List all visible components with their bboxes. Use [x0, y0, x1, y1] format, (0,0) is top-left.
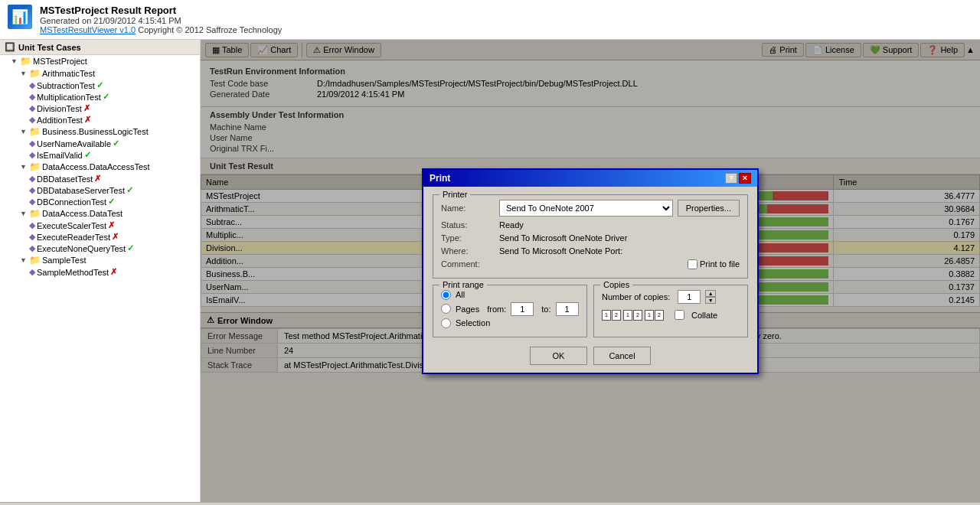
page-icon-3: 1	[623, 310, 632, 321]
test-icon: ◆	[29, 92, 35, 102]
sidebar-item-dbconn[interactable]: ◆ DBConnectionTest✓	[0, 196, 200, 207]
status-bar: javascript:void(0)	[0, 502, 980, 505]
num-copies-input[interactable]	[678, 290, 701, 304]
test-icon: ◆	[29, 197, 35, 207]
test-icon: ◆	[29, 267, 35, 277]
pages-radio-row: Pages from: to:	[441, 302, 579, 316]
dialog-help-button[interactable]: ?	[725, 173, 737, 184]
copies-title: Copies	[600, 280, 632, 289]
type-label: Type:	[441, 233, 495, 243]
expand-icon: ▼	[11, 57, 18, 65]
folder-icon: 📁	[29, 68, 41, 79]
all-radio[interactable]	[441, 290, 451, 300]
collate-row: 1 2 1 2 1 2	[602, 310, 740, 321]
dialog-title: Print	[430, 173, 450, 184]
test-icon: ◆	[29, 243, 35, 253]
print-to-file-label: Print to file	[688, 259, 740, 269]
expand-icon: ▼	[20, 210, 28, 217]
printer-comment-row: Comment: Print to file	[441, 259, 740, 269]
properties-button[interactable]: Properties...	[678, 200, 740, 217]
expand-icon: ▼	[20, 128, 28, 135]
sidebar-item-add[interactable]: ◆ AdditionTest✗	[0, 114, 200, 125]
sidebar-item-sub[interactable]: ◆ SubtractionTest✓	[0, 80, 200, 91]
dialog-close-button[interactable]: ✕	[739, 173, 751, 184]
sidebar-item-mul[interactable]: ◆ MultiplicationTest✓	[0, 91, 200, 103]
folder-icon: 📁	[29, 208, 41, 219]
main-layout: 🔲 Unit Test Cases ▼ 📁 MSTestProject ▼ 📁 …	[0, 40, 980, 502]
app-copyright: Copyright © 2012 Saffroze Technology	[138, 25, 282, 34]
print-dialog-overlay: Print ? ✕ Printer Name: Send To OneNote …	[201, 40, 980, 502]
dialog-footer: OK Cancel	[433, 344, 748, 365]
sidebar-item-samplemethod[interactable]: ◆ SampleMethodTest✗	[0, 266, 200, 278]
num-copies-label: Number of copies:	[602, 292, 670, 301]
expand-icon: ▼	[20, 163, 28, 171]
collate-label: Collate	[691, 311, 717, 320]
page-icon-6: 2	[655, 310, 664, 321]
app-subtitle: Generated on 21/09/2012 4:15:41 PM	[40, 16, 282, 25]
folder-icon: 📁	[29, 126, 41, 137]
pages-from-input[interactable]	[511, 302, 534, 316]
num-copies-row: Number of copies: ▲ ▼	[602, 290, 740, 304]
sidebar-item-mstest[interactable]: ▼ 📁 MSTestProject	[0, 55, 200, 67]
from-label: from:	[487, 305, 506, 314]
sidebar-item-email[interactable]: ◆ IsEmailValid✓	[0, 149, 200, 161]
sidebar: 🔲 Unit Test Cases ▼ 📁 MSTestProject ▼ 📁 …	[0, 40, 201, 502]
test-icon: ◆	[29, 220, 35, 230]
app-title: MSTestProject Result Report	[40, 5, 282, 16]
sidebar-item-dataaccess[interactable]: ▼ 📁 DataAccess.DataAccessTest	[0, 161, 200, 173]
page-icon-4: 2	[633, 310, 642, 321]
page-icon-1: 1	[602, 310, 611, 321]
test-icon: ◆	[29, 103, 35, 113]
sidebar-item-dbserver[interactable]: ◆ DBDatabaseServerTest✓	[0, 184, 200, 196]
sidebar-item-reader[interactable]: ◆ ExecuteReaderTest✗	[0, 231, 200, 243]
expand-icon: ▼	[20, 70, 28, 77]
selection-radio-row: Selection	[441, 318, 579, 328]
title-block: MSTestProject Result Report Generated on…	[40, 5, 282, 34]
to-label: to:	[541, 305, 550, 314]
sidebar-item-div[interactable]: ◆ DivisionTest✗	[0, 103, 200, 114]
pages-to-input[interactable]	[556, 302, 579, 316]
collate-checkbox[interactable]	[675, 310, 684, 320]
printer-select[interactable]: Send To OneNote 2007	[499, 200, 673, 217]
type-value: Send To Microsoft OneNote Driver	[499, 233, 627, 243]
sidebar-item-username[interactable]: ◆ UserNameAvailable✓	[0, 138, 200, 149]
sidebar-item-arith[interactable]: ▼ 📁 ArithmaticTest	[0, 67, 200, 80]
test-icon: ◆	[29, 138, 35, 148]
selection-label: Selection	[456, 318, 490, 327]
printer-group-title: Printer	[439, 190, 470, 199]
copies-spinner: ▲ ▼	[705, 290, 716, 304]
test-icon: ◆	[29, 80, 35, 90]
unit-tests-icon: 🔲	[5, 42, 15, 52]
printer-status-row: Status: Ready	[441, 220, 740, 230]
sidebar-item-datatest[interactable]: ▼ 📁 DataAccess.DataTest	[0, 207, 200, 220]
spinner-up[interactable]: ▲	[705, 290, 716, 297]
sidebar-item-scaler[interactable]: ◆ ExecuteScalerTest✗	[0, 220, 200, 231]
sidebar-item-bizlogic[interactable]: ▼ 📁 Business.BusinessLogicTest	[0, 125, 200, 138]
page-icon-2: 2	[612, 310, 621, 321]
print-range-title: Print range	[439, 280, 487, 289]
printer-name-row: Name: Send To OneNote 2007 Properties...	[441, 200, 740, 217]
print-to-file-checkbox[interactable]	[688, 259, 697, 269]
cancel-button[interactable]: Cancel	[593, 347, 651, 365]
name-label: Name:	[441, 204, 495, 213]
spinner-down[interactable]: ▼	[705, 297, 716, 304]
test-icon: ◆	[29, 185, 35, 195]
folder-icon: 📁	[29, 161, 41, 172]
sidebar-item-sample[interactable]: ▼ 📁 SampleTest	[0, 254, 200, 266]
sidebar-header: 🔲 Unit Test Cases	[0, 40, 200, 55]
where-value: Send To Microsoft OneNote Port:	[499, 246, 622, 256]
selection-radio[interactable]	[441, 318, 451, 328]
print-range-group: Print range All Pages from: to:	[433, 285, 587, 337]
pages-label: Pages	[456, 305, 479, 314]
sidebar-item-dbdataset[interactable]: ◆ DBDatasetTest✗	[0, 173, 200, 184]
collate-icon: 1 2 1 2 1 2	[602, 310, 664, 321]
printer-group: Printer Name: Send To OneNote 2007 Prope…	[433, 194, 748, 279]
folder-icon: 📁	[20, 56, 31, 67]
print-dialog: Print ? ✕ Printer Name: Send To OneNote …	[422, 168, 759, 374]
app-link[interactable]: MSTestResultViewer v1.0	[40, 25, 136, 34]
dialog-body: Printer Name: Send To OneNote 2007 Prope…	[423, 187, 757, 373]
sidebar-item-nonequery[interactable]: ◆ ExecuteNoneQueryTest✓	[0, 243, 200, 254]
pages-radio[interactable]	[441, 304, 451, 314]
printer-type-row: Type: Send To Microsoft OneNote Driver	[441, 233, 740, 243]
ok-button[interactable]: OK	[530, 347, 587, 365]
